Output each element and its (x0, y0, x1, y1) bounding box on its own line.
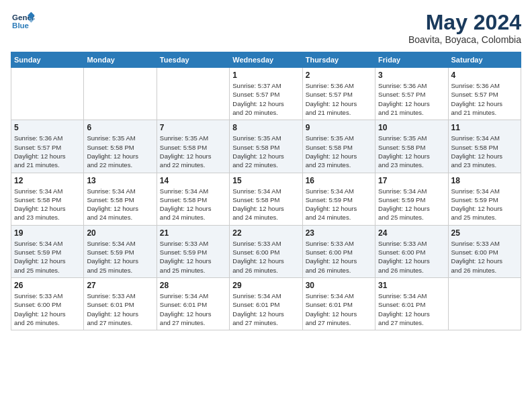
day-info: Sunrise: 5:33 AMSunset: 6:00 PMDaylight:… (451, 239, 518, 275)
day-info: Sunrise: 5:34 AMSunset: 6:01 PMDaylight:… (306, 291, 372, 327)
calendar-cell: 21Sunrise: 5:33 AMSunset: 5:59 PMDayligh… (157, 225, 229, 277)
day-info: Sunrise: 5:37 AMSunset: 5:57 PMDaylight:… (232, 81, 299, 117)
day-info: Sunrise: 5:33 AMSunset: 6:00 PMDaylight:… (14, 291, 81, 327)
day-number: 27 (87, 281, 153, 290)
calendar-cell: 13Sunrise: 5:34 AMSunset: 5:58 PMDayligh… (84, 173, 157, 225)
day-info: Sunrise: 5:34 AMSunset: 5:59 PMDaylight:… (306, 187, 372, 222)
day-info: Sunrise: 5:35 AMSunset: 5:58 PMDaylight:… (87, 134, 153, 169)
header: General Blue May 2024 Boavita, Boyaca, C… (11, 11, 521, 45)
day-info: Sunrise: 5:34 AMSunset: 5:58 PMDaylight:… (87, 187, 153, 222)
day-number: 16 (306, 176, 372, 185)
day-number: 28 (160, 281, 226, 290)
weekday-header-saturday: Saturday (448, 52, 521, 68)
calendar-cell: 2Sunrise: 5:36 AMSunset: 5:57 PMDaylight… (302, 68, 375, 120)
weekday-header-thursday: Thursday (302, 52, 375, 68)
location-subtitle: Boavita, Boyaca, Colombia (408, 34, 521, 45)
day-number: 3 (378, 71, 445, 80)
calendar-cell: 22Sunrise: 5:33 AMSunset: 6:00 PMDayligh… (230, 225, 302, 277)
weekday-header-tuesday: Tuesday (157, 52, 229, 68)
calendar-week-5: 26Sunrise: 5:33 AMSunset: 6:00 PMDayligh… (11, 277, 521, 330)
day-number: 22 (232, 228, 299, 238)
day-info: Sunrise: 5:35 AMSunset: 5:58 PMDaylight:… (232, 134, 299, 169)
day-info: Sunrise: 5:36 AMSunset: 5:57 PMDaylight:… (14, 134, 81, 169)
calendar-cell (157, 68, 229, 120)
title-block: May 2024 Boavita, Boyaca, Colombia (408, 11, 521, 45)
calendar-cell (448, 277, 521, 330)
day-number: 29 (232, 281, 299, 290)
day-info: Sunrise: 5:36 AMSunset: 5:57 PMDaylight:… (451, 81, 518, 117)
day-info: Sunrise: 5:35 AMSunset: 5:58 PMDaylight:… (306, 134, 372, 169)
calendar-cell: 20Sunrise: 5:34 AMSunset: 5:59 PMDayligh… (84, 225, 157, 277)
calendar-table: SundayMondayTuesdayWednesdayThursdayFrid… (11, 52, 521, 330)
day-info: Sunrise: 5:33 AMSunset: 6:00 PMDaylight:… (306, 239, 372, 275)
calendar-cell: 1Sunrise: 5:37 AMSunset: 5:57 PMDaylight… (230, 68, 302, 120)
day-number: 2 (306, 71, 372, 80)
calendar-cell: 28Sunrise: 5:34 AMSunset: 6:01 PMDayligh… (157, 277, 229, 330)
day-number: 21 (160, 228, 226, 238)
calendar-cell: 27Sunrise: 5:33 AMSunset: 6:01 PMDayligh… (84, 277, 157, 330)
day-info: Sunrise: 5:34 AMSunset: 5:59 PMDaylight:… (14, 239, 81, 275)
day-number: 7 (160, 123, 226, 132)
day-info: Sunrise: 5:34 AMSunset: 6:01 PMDaylight:… (378, 291, 445, 327)
weekday-header-friday: Friday (375, 52, 448, 68)
month-year-title: May 2024 (408, 11, 521, 34)
day-info: Sunrise: 5:36 AMSunset: 5:57 PMDaylight:… (378, 81, 445, 117)
day-number: 15 (232, 176, 299, 185)
day-info: Sunrise: 5:36 AMSunset: 5:57 PMDaylight:… (306, 81, 372, 117)
day-number: 20 (87, 228, 153, 238)
day-number: 5 (14, 123, 81, 132)
day-number: 31 (378, 281, 445, 290)
calendar-cell: 23Sunrise: 5:33 AMSunset: 6:00 PMDayligh… (302, 225, 375, 277)
logo: General Blue (11, 11, 35, 31)
page-container: General Blue May 2024 Boavita, Boyaca, C… (0, 0, 532, 337)
day-number: 17 (378, 176, 445, 185)
day-info: Sunrise: 5:33 AMSunset: 6:00 PMDaylight:… (378, 239, 445, 275)
calendar-cell (11, 68, 84, 120)
calendar-week-3: 12Sunrise: 5:34 AMSunset: 5:58 PMDayligh… (11, 173, 521, 225)
calendar-cell: 24Sunrise: 5:33 AMSunset: 6:00 PMDayligh… (375, 225, 448, 277)
day-info: Sunrise: 5:35 AMSunset: 5:58 PMDaylight:… (160, 134, 226, 169)
svg-text:Blue: Blue (12, 21, 29, 30)
day-number: 14 (160, 176, 226, 185)
day-number: 19 (14, 228, 81, 238)
day-info: Sunrise: 5:33 AMSunset: 6:01 PMDaylight:… (87, 291, 153, 327)
day-info: Sunrise: 5:34 AMSunset: 6:01 PMDaylight:… (160, 291, 226, 327)
day-info: Sunrise: 5:34 AMSunset: 5:59 PMDaylight:… (451, 187, 518, 222)
day-number: 30 (306, 281, 372, 290)
day-number: 18 (451, 176, 518, 185)
day-number: 11 (451, 123, 518, 132)
calendar-cell: 19Sunrise: 5:34 AMSunset: 5:59 PMDayligh… (11, 225, 84, 277)
weekday-header-monday: Monday (84, 52, 157, 68)
calendar-cell: 8Sunrise: 5:35 AMSunset: 5:58 PMDaylight… (230, 120, 302, 173)
calendar-week-2: 5Sunrise: 5:36 AMSunset: 5:57 PMDaylight… (11, 120, 521, 173)
calendar-cell: 25Sunrise: 5:33 AMSunset: 6:00 PMDayligh… (448, 225, 521, 277)
weekday-header-sunday: Sunday (11, 52, 84, 68)
day-number: 4 (451, 71, 518, 80)
day-number: 24 (378, 228, 445, 238)
calendar-cell: 6Sunrise: 5:35 AMSunset: 5:58 PMDaylight… (84, 120, 157, 173)
calendar-cell: 31Sunrise: 5:34 AMSunset: 6:01 PMDayligh… (375, 277, 448, 330)
day-info: Sunrise: 5:34 AMSunset: 5:58 PMDaylight:… (14, 187, 81, 222)
calendar-cell: 3Sunrise: 5:36 AMSunset: 5:57 PMDaylight… (375, 68, 448, 120)
calendar-cell (84, 68, 157, 120)
day-number: 10 (378, 123, 445, 132)
day-info: Sunrise: 5:34 AMSunset: 5:58 PMDaylight:… (160, 187, 226, 222)
calendar-cell: 4Sunrise: 5:36 AMSunset: 5:57 PMDaylight… (448, 68, 521, 120)
logo-icon: General Blue (11, 11, 35, 31)
calendar-cell: 11Sunrise: 5:34 AMSunset: 5:58 PMDayligh… (448, 120, 521, 173)
day-info: Sunrise: 5:33 AMSunset: 6:00 PMDaylight:… (232, 239, 299, 275)
day-info: Sunrise: 5:34 AMSunset: 5:58 PMDaylight:… (232, 187, 299, 222)
day-number: 13 (87, 176, 153, 185)
calendar-cell: 18Sunrise: 5:34 AMSunset: 5:59 PMDayligh… (448, 173, 521, 225)
calendar-week-4: 19Sunrise: 5:34 AMSunset: 5:59 PMDayligh… (11, 225, 521, 277)
calendar-cell: 15Sunrise: 5:34 AMSunset: 5:58 PMDayligh… (230, 173, 302, 225)
calendar-cell: 10Sunrise: 5:35 AMSunset: 5:58 PMDayligh… (375, 120, 448, 173)
calendar-week-1: 1Sunrise: 5:37 AMSunset: 5:57 PMDaylight… (11, 68, 521, 120)
day-info: Sunrise: 5:34 AMSunset: 5:58 PMDaylight:… (451, 134, 518, 169)
weekday-header-wednesday: Wednesday (230, 52, 302, 68)
calendar-cell: 30Sunrise: 5:34 AMSunset: 6:01 PMDayligh… (302, 277, 375, 330)
calendar-cell: 29Sunrise: 5:34 AMSunset: 6:01 PMDayligh… (230, 277, 302, 330)
calendar-cell: 5Sunrise: 5:36 AMSunset: 5:57 PMDaylight… (11, 120, 84, 173)
calendar-cell: 9Sunrise: 5:35 AMSunset: 5:58 PMDaylight… (302, 120, 375, 173)
day-info: Sunrise: 5:34 AMSunset: 6:01 PMDaylight:… (232, 291, 299, 327)
